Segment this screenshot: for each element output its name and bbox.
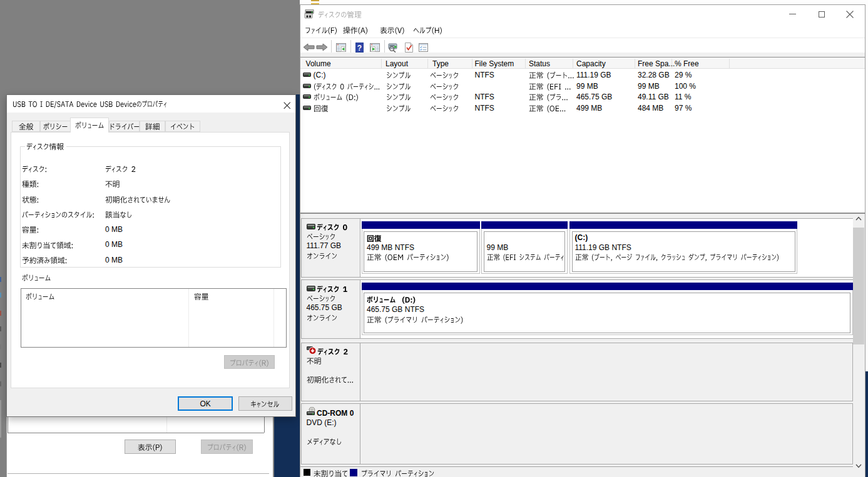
svg-text:?: ? — [357, 44, 362, 53]
